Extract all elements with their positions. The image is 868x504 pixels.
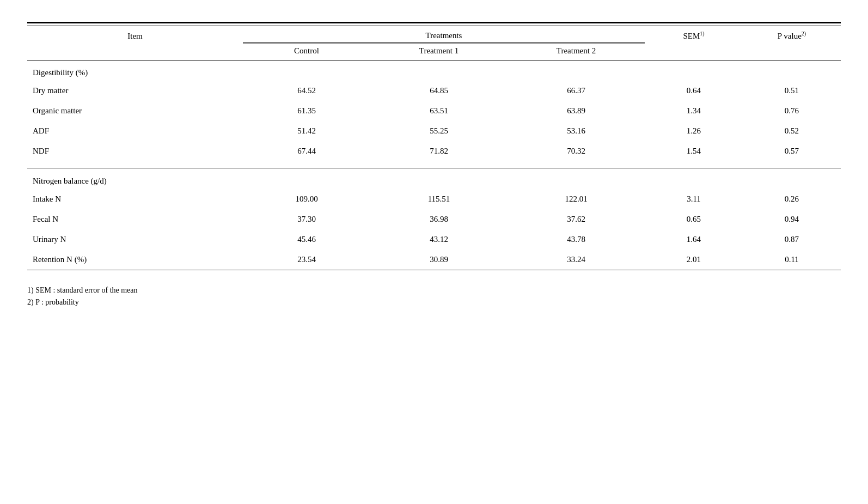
row-sem: 0.65	[645, 209, 743, 229]
row-item: NDF	[27, 141, 243, 161]
footnote-section: 1) SEM : standard error of the mean 2) P…	[27, 282, 841, 307]
row-item: ADF	[27, 121, 243, 141]
row-item: Urinary N	[27, 229, 243, 250]
pvalue-header: P value2)	[743, 26, 841, 44]
row-item: Organic matter	[27, 101, 243, 121]
treatment2-subheader: Treatment 2	[508, 43, 645, 60]
row-control: 109.00	[243, 189, 370, 209]
row-control: 23.54	[243, 250, 370, 270]
row-pvalue: 0.51	[743, 81, 841, 101]
sub-header-row: Control Treatment 1 Treatment 2	[27, 43, 841, 60]
control-subheader: Control	[243, 43, 370, 60]
sem-header: SEM1)	[645, 26, 743, 44]
row-control: 45.46	[243, 229, 370, 250]
row-sem: 2.01	[645, 250, 743, 270]
bottom-border	[27, 270, 841, 272]
row-t1: 43.12	[370, 229, 508, 250]
section-header-row: Digestibility (%)	[27, 60, 841, 81]
row-t1: 64.85	[370, 81, 508, 101]
row-t1: 30.89	[370, 250, 508, 270]
footnote-2: 2) P : probability	[27, 298, 841, 307]
row-pvalue: 0.11	[743, 250, 841, 270]
row-sem: 0.64	[645, 81, 743, 101]
table-row: Urinary N 45.46 43.12 43.78 1.64 0.87	[27, 229, 841, 250]
table-row: Retention N (%) 23.54 30.89 33.24 2.01 0…	[27, 250, 841, 270]
data-table: Item Treatments SEM1) P value2) Control …	[27, 22, 841, 272]
main-header-row: Item Treatments SEM1) P value2)	[27, 26, 841, 44]
item-header: Item	[27, 26, 243, 44]
table-row: Organic matter 61.35 63.51 63.89 1.34 0.…	[27, 101, 841, 121]
section-label: Nitrogen balance (g/d)	[27, 169, 841, 189]
row-t1: 63.51	[370, 101, 508, 121]
row-pvalue: 0.26	[743, 189, 841, 209]
row-t1: 36.98	[370, 209, 508, 229]
treatment1-subheader: Treatment 1	[370, 43, 508, 60]
section-header-row: Nitrogen balance (g/d)	[27, 169, 841, 189]
row-sem: 1.64	[645, 229, 743, 250]
row-pvalue: 0.94	[743, 209, 841, 229]
row-item: Fecal N	[27, 209, 243, 229]
row-control: 51.42	[243, 121, 370, 141]
footnote-1: 1) SEM : standard error of the mean	[27, 286, 841, 295]
row-item: Dry matter	[27, 81, 243, 101]
row-sem: 1.54	[645, 141, 743, 161]
row-t2: 63.89	[508, 101, 645, 121]
row-t2: 37.62	[508, 209, 645, 229]
row-sem: 1.34	[645, 101, 743, 121]
row-pvalue: 0.76	[743, 101, 841, 121]
table-row: Fecal N 37.30 36.98 37.62 0.65 0.94	[27, 209, 841, 229]
row-control: 64.52	[243, 81, 370, 101]
row-t2: 122.01	[508, 189, 645, 209]
row-t2: 33.24	[508, 250, 645, 270]
row-pvalue: 0.52	[743, 121, 841, 141]
row-item: Retention N (%)	[27, 250, 243, 270]
row-control: 61.35	[243, 101, 370, 121]
row-sem: 3.11	[645, 189, 743, 209]
row-t1: 115.51	[370, 189, 508, 209]
row-t1: 55.25	[370, 121, 508, 141]
row-t1: 71.82	[370, 141, 508, 161]
section-label: Digestibility (%)	[27, 60, 841, 81]
treatments-header: Treatments	[243, 26, 645, 44]
row-item: Intake N	[27, 189, 243, 209]
table-row: Intake N 109.00 115.51 122.01 3.11 0.26	[27, 189, 841, 209]
row-control: 37.30	[243, 209, 370, 229]
row-control: 67.44	[243, 141, 370, 161]
main-container: Item Treatments SEM1) P value2) Control …	[27, 22, 841, 307]
row-t2: 53.16	[508, 121, 645, 141]
table-row: ADF 51.42 55.25 53.16 1.26 0.52	[27, 121, 841, 141]
spacer-row	[27, 161, 841, 168]
table-row: NDF 67.44 71.82 70.32 1.54 0.57	[27, 141, 841, 161]
row-sem: 1.26	[645, 121, 743, 141]
row-t2: 43.78	[508, 229, 645, 250]
row-pvalue: 0.57	[743, 141, 841, 161]
row-t2: 66.37	[508, 81, 645, 101]
table-row: Dry matter 64.52 64.85 66.37 0.64 0.51	[27, 81, 841, 101]
row-pvalue: 0.87	[743, 229, 841, 250]
row-t2: 70.32	[508, 141, 645, 161]
